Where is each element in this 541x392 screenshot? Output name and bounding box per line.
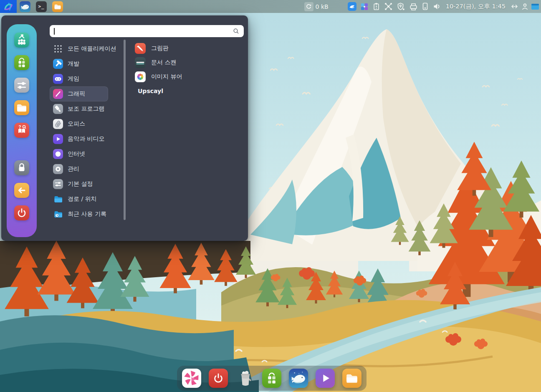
power-icon <box>210 370 226 386</box>
panel-expand-icon[interactable] <box>511 3 518 10</box>
help-button[interactable]: ? <box>14 123 29 138</box>
dock-file-manager[interactable] <box>342 369 362 388</box>
application-menu: ? <box>1 15 248 241</box>
category-graphics[interactable]: 그래픽 <box>50 86 108 101</box>
accessories-icon <box>53 104 63 114</box>
help-icon: ? <box>14 123 29 138</box>
tweaks-button[interactable] <box>14 78 29 93</box>
search-icon <box>233 28 240 35</box>
category-games[interactable]: 게임 <box>50 71 123 86</box>
search-input[interactable] <box>55 28 233 35</box>
app-document-scanner[interactable]: 문서 스캔 <box>135 56 239 70</box>
app-label: 문서 스캔 <box>151 59 176 66</box>
tray-clipboard-icon[interactable] <box>372 2 380 11</box>
file-manager-button[interactable] <box>14 100 29 115</box>
category-label: 오피스 <box>68 120 85 128</box>
category-label: 관리 <box>68 165 79 173</box>
all-apps-grid-icon <box>53 44 63 54</box>
shutdown-button[interactable] <box>14 205 29 220</box>
app-menu-button[interactable] <box>0 0 17 13</box>
category-all-applications[interactable]: 모든 애플리케이션 <box>50 41 123 56</box>
category-office[interactable]: 오피스 <box>50 116 123 132</box>
app-image-viewer[interactable]: 이미지 뷰어 <box>135 70 239 84</box>
dock-media-player-pinwheel[interactable] <box>182 369 201 388</box>
whale-icon <box>290 369 307 387</box>
software-center-icon <box>14 55 29 70</box>
dock <box>177 366 367 391</box>
places-folder-icon <box>53 194 63 204</box>
dock-trash[interactable] <box>235 369 255 388</box>
category-development[interactable]: 개발 <box>50 56 123 71</box>
lock-icon <box>14 160 29 175</box>
category-internet[interactable]: 인터넷 <box>50 147 123 162</box>
app-label: 그림판 <box>151 45 169 52</box>
tray-app-grid-icon[interactable] <box>360 3 369 11</box>
category-places[interactable]: 경로 / 위치 <box>50 192 123 207</box>
user-icon[interactable] <box>521 3 529 10</box>
category-label: 그래픽 <box>68 90 85 98</box>
category-label: 경로 / 위치 <box>68 195 97 203</box>
category-accessories[interactable]: 보조 프로그램 <box>50 101 123 116</box>
image-viewer-icon <box>135 71 146 82</box>
paint-icon <box>135 43 146 54</box>
category-label: 게임 <box>68 75 79 83</box>
tweaks-icon <box>14 78 29 93</box>
office-icon <box>53 119 63 129</box>
category-label: 인터넷 <box>68 150 85 158</box>
category-label: 음악과 비디오 <box>68 135 104 143</box>
network-monitor[interactable]: 0 kB <box>304 2 329 11</box>
folder-icon <box>14 100 29 115</box>
tray-removable-device-icon[interactable] <box>422 2 429 11</box>
category-recent[interactable]: 최근 사용 기록 <box>50 207 123 222</box>
logout-button[interactable] <box>14 183 29 198</box>
tray-printer-icon[interactable] <box>409 3 418 11</box>
games-icon <box>53 74 63 84</box>
internet-icon <box>53 149 63 159</box>
recent-history-icon <box>53 209 63 219</box>
dock-power-button[interactable] <box>209 369 228 388</box>
clock[interactable]: 10-27(금), 오후 1:45 <box>446 3 506 10</box>
network-rate: 0 kB <box>316 3 329 10</box>
top-panel: >_ 0 kB <box>0 0 541 13</box>
dock-software-center[interactable] <box>262 369 281 388</box>
lock-screen-button[interactable] <box>14 160 29 175</box>
software-center-button[interactable] <box>14 55 29 70</box>
community-button[interactable] <box>14 33 29 48</box>
tray-whale-app-icon[interactable] <box>348 2 356 11</box>
tray-network-nodes-icon[interactable] <box>384 2 393 11</box>
category-list: 모든 애플리케이션 개발 게임 그래픽 <box>50 41 123 222</box>
terminal-glyph: >_ <box>38 4 44 9</box>
app-paint[interactable]: 그림판 <box>135 41 239 56</box>
app-label: 이미지 뷰어 <box>151 73 182 81</box>
launcher-files[interactable] <box>52 1 63 12</box>
category-label: 모든 애플리케이션 <box>68 45 116 53</box>
category-label: 보조 프로그램 <box>68 105 104 113</box>
svg-text:?: ? <box>19 125 21 129</box>
search-box[interactable] <box>50 25 244 37</box>
category-label: 최근 사용 기록 <box>68 210 106 218</box>
folder-icon <box>53 2 63 12</box>
app-label: Upscayl <box>135 88 163 94</box>
power-icon <box>14 205 29 220</box>
play-icon <box>316 369 334 387</box>
category-preferences[interactable]: 기본 설정 <box>50 177 123 192</box>
pinwheel-player-icon <box>183 370 200 387</box>
tray-security-shield-icon[interactable] <box>397 2 405 11</box>
show-desktop-button[interactable] <box>531 4 539 10</box>
app-upscayl[interactable]: Upscayl <box>135 84 239 98</box>
document-scanner-icon <box>135 57 146 68</box>
launcher-whale-browser[interactable] <box>20 1 30 12</box>
panel-right: 0 kB <box>304 2 541 11</box>
community-icon <box>14 33 29 48</box>
launcher-terminal[interactable]: >_ <box>36 1 47 12</box>
dock-media-player[interactable] <box>316 369 335 388</box>
dock-whale-browser[interactable] <box>289 369 308 388</box>
category-music-video[interactable]: 음악과 비디오 <box>50 132 123 147</box>
preferences-icon <box>53 179 63 189</box>
system-tray <box>348 2 441 11</box>
app-list: 그림판 문서 스캔 이미지 뷰어 Upscayl <box>135 41 239 98</box>
category-administration[interactable]: 관리 <box>50 162 123 177</box>
tray-volume-icon[interactable] <box>432 3 441 10</box>
distro-logo-icon <box>3 2 14 12</box>
category-scrollbar[interactable] <box>124 40 126 220</box>
